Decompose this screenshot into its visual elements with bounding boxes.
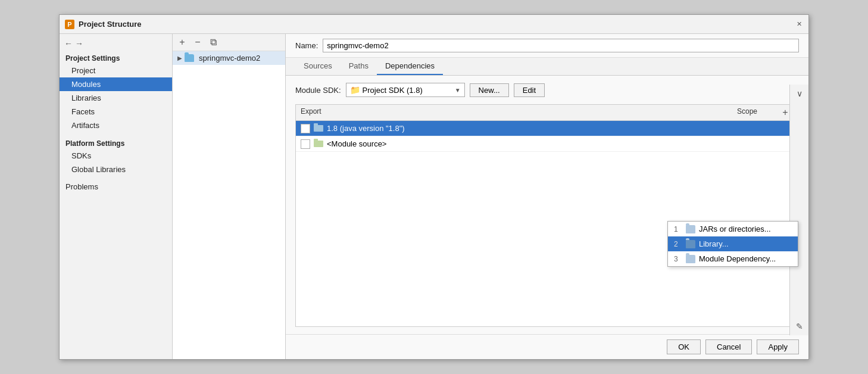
col-export-header: Export [301, 107, 330, 118]
panel-body: Module SDK: 📁 Project SDK (1.8) ▼ New...… [286, 76, 808, 334]
cancel-button[interactable]: Cancel [705, 339, 752, 354]
nav-arrows: ← → [60, 38, 172, 52]
sidebar-item-facets[interactable]: Facets [60, 105, 172, 119]
nav-forward-button[interactable]: → [75, 39, 83, 48]
sidebar-item-global-libraries[interactable]: Global Libraries [60, 163, 172, 176]
title-bar: P Project Structure ✕ [60, 15, 808, 34]
module-name: springmvc-demo2 [199, 54, 260, 63]
dropdown-item-module-dep[interactable]: 3 Module Dependency... [668, 251, 798, 266]
dep-row-name: 1.8 (java version "1.8") [327, 124, 734, 133]
dialog-title: Project Structure [79, 20, 794, 29]
sidebar-item-modules[interactable]: Modules [60, 77, 172, 91]
window-controls: ✕ [794, 20, 804, 29]
export-checkbox[interactable] [301, 139, 310, 149]
sdk-folder-icon: 📁 [350, 85, 360, 95]
sdk-label: Module SDK: [295, 86, 341, 95]
sdk-row: Module SDK: 📁 Project SDK (1.8) ▼ New...… [295, 83, 799, 97]
remove-module-button[interactable]: − [192, 36, 204, 48]
sidebar-item-artifacts[interactable]: Artifacts [60, 119, 172, 132]
col-name-header [330, 107, 717, 118]
sidebar: ← → Project Settings Project Modules Lib… [60, 34, 173, 359]
sidebar-item-sdks[interactable]: SDKs [60, 149, 172, 163]
dropdown-item-jars-label: JARs or directories... [699, 225, 771, 233]
tab-paths[interactable]: Paths [341, 58, 377, 75]
ok-button[interactable]: OK [667, 339, 701, 354]
bottom-buttons: OK Cancel Apply [286, 334, 808, 359]
sdk-select-dropdown[interactable]: 📁 Project SDK (1.8) ▼ [346, 83, 465, 97]
dependency-table: Export Scope + 1.8 (java version "1.8") [295, 104, 799, 327]
nav-back-button[interactable]: ← [64, 39, 73, 48]
sidebar-item-project[interactable]: Project [60, 64, 172, 77]
close-button[interactable]: ✕ [794, 20, 804, 29]
copy-module-button[interactable]: ⧉ [207, 36, 219, 48]
table-header: Export Scope + [296, 105, 798, 121]
app-icon: P [64, 19, 75, 30]
svg-rect-3 [314, 123, 318, 126]
right-action-sidebar: ∨ ✎ [789, 85, 808, 335]
module-tree-panel: + − ⧉ ▶ springmvc-demo2 [173, 34, 286, 359]
table-row[interactable]: <Module source> [296, 136, 798, 152]
scroll-down-button[interactable]: ∨ [793, 87, 806, 100]
svg-rect-2 [314, 125, 323, 132]
project-settings-label: Project Settings [60, 52, 172, 64]
dropdown-item-num: 3 [674, 255, 682, 263]
dep-row-name: <Module source> [327, 139, 734, 148]
dropdown-item-module-dep-label: Module Dependency... [699, 254, 776, 263]
src-icon [314, 139, 323, 149]
svg-rect-5 [314, 139, 318, 141]
add-module-button[interactable]: + [176, 36, 188, 48]
dropdown-item-library-label: Library... [699, 239, 729, 248]
sdk-select-value: Project SDK (1.8) [363, 86, 423, 95]
edit-button[interactable]: ✎ [793, 320, 806, 333]
tabs-bar: Sources Paths Dependencies [286, 58, 808, 76]
dropdown-item-jars[interactable]: 1 JARs or directories... [668, 222, 798, 236]
dropdown-item-library[interactable]: 2 Library... [668, 236, 798, 251]
right-panel: Name: Sources Paths Dependencies Module … [286, 34, 808, 359]
svg-text:P: P [67, 21, 71, 28]
dropdown-item-module-dep-icon [686, 255, 695, 263]
name-row: Name: [286, 34, 808, 58]
sdk-edit-button[interactable]: Edit [514, 83, 545, 97]
sidebar-item-libraries[interactable]: Libraries [60, 91, 172, 105]
module-tree-item[interactable]: ▶ springmvc-demo2 [173, 51, 285, 65]
dropdown-item-num: 1 [674, 225, 682, 233]
main-content: ← → Project Settings Project Modules Lib… [60, 34, 808, 359]
dropdown-item-library-icon [686, 240, 695, 248]
sidebar-item-problems[interactable]: Problems [60, 176, 172, 194]
dropdown-item-num: 2 [674, 240, 682, 248]
project-structure-dialog: P Project Structure ✕ ← → Project Settin… [59, 14, 809, 360]
apply-button[interactable]: Apply [757, 339, 799, 354]
tree-expand-arrow: ▶ [177, 55, 182, 61]
svg-rect-4 [314, 141, 323, 147]
dropdown-item-jars-icon [686, 225, 695, 233]
module-tree-toolbar: + − ⧉ [173, 34, 285, 51]
jdk-icon [314, 123, 323, 133]
module-folder-icon [185, 54, 194, 62]
name-input[interactable] [323, 39, 799, 52]
tab-sources[interactable]: Sources [295, 58, 341, 75]
add-dependency-dropdown: 1 JARs or directories... 2 Library... 3 [667, 221, 798, 267]
export-checkbox[interactable] [301, 124, 310, 133]
sdk-select-arrow-icon: ▼ [455, 87, 461, 94]
col-scope-header: Scope [717, 107, 777, 118]
tab-dependencies[interactable]: Dependencies [377, 58, 443, 75]
sdk-new-button[interactable]: New... [470, 83, 509, 97]
table-row[interactable]: 1.8 (java version "1.8") [296, 121, 798, 136]
name-label: Name: [295, 41, 318, 50]
platform-settings-label: Platform Settings [60, 137, 172, 149]
